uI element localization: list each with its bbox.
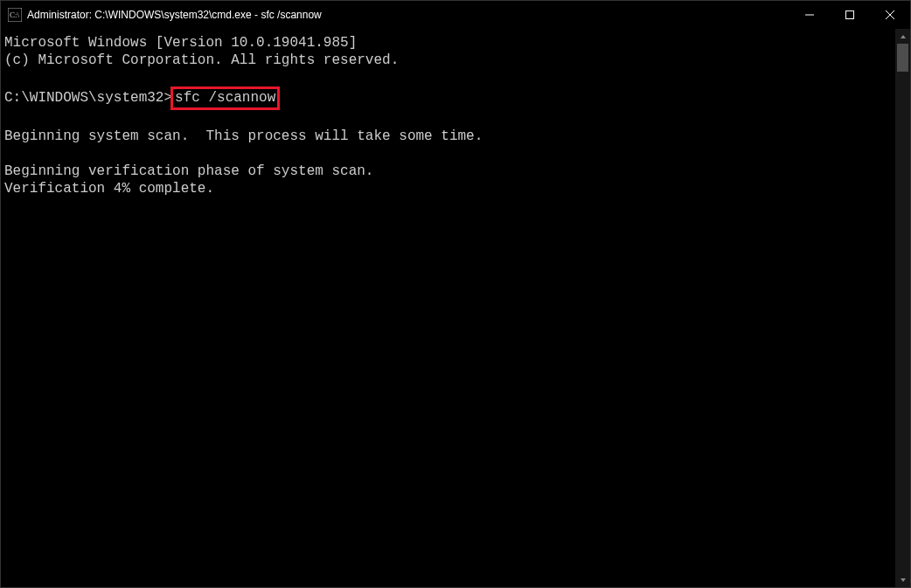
window-title: Administrator: C:\WINDOWS\system32\cmd.e… bbox=[27, 9, 789, 21]
blank-line bbox=[4, 69, 907, 86]
scroll-track[interactable] bbox=[895, 44, 910, 572]
vertical-scrollbar[interactable] bbox=[895, 29, 910, 587]
version-line: Microsoft Windows [Version 10.0.19041.98… bbox=[4, 34, 907, 52]
close-button[interactable] bbox=[870, 1, 910, 29]
svg-marker-6 bbox=[901, 35, 906, 38]
blank-line bbox=[4, 145, 907, 163]
scroll-up-arrow-icon[interactable] bbox=[895, 29, 910, 44]
scroll-thumb[interactable] bbox=[897, 44, 908, 72]
window-controls bbox=[789, 1, 910, 29]
window-titlebar[interactable]: C:\ Administrator: C:\WINDOWS\system32\c… bbox=[1, 1, 910, 29]
svg-marker-7 bbox=[901, 578, 906, 582]
svg-text:C:\: C:\ bbox=[10, 10, 20, 19]
command-text: sfc /scannow bbox=[175, 90, 275, 106]
minimize-button[interactable] bbox=[789, 1, 830, 29]
svg-rect-3 bbox=[846, 11, 854, 19]
command-highlight: sfc /scannow bbox=[170, 86, 280, 110]
verify-progress-line: Verification 4% complete. bbox=[4, 180, 907, 197]
cmd-icon: C:\ bbox=[8, 8, 22, 22]
begin-verify-line: Beginning verification phase of system s… bbox=[4, 163, 907, 180]
begin-scan-line: Beginning system scan. This process will… bbox=[4, 128, 907, 145]
copyright-line: (c) Microsoft Corporation. All rights re… bbox=[4, 52, 907, 69]
scroll-down-arrow-icon[interactable] bbox=[895, 572, 910, 587]
terminal-output[interactable]: Microsoft Windows [Version 10.0.19041.98… bbox=[1, 29, 910, 587]
blank-line bbox=[4, 110, 907, 128]
prompt-text: C:\WINDOWS\system32> bbox=[4, 90, 172, 106]
maximize-button[interactable] bbox=[830, 1, 870, 29]
prompt-line: C:\WINDOWS\system32>sfc /scannow bbox=[4, 86, 907, 110]
